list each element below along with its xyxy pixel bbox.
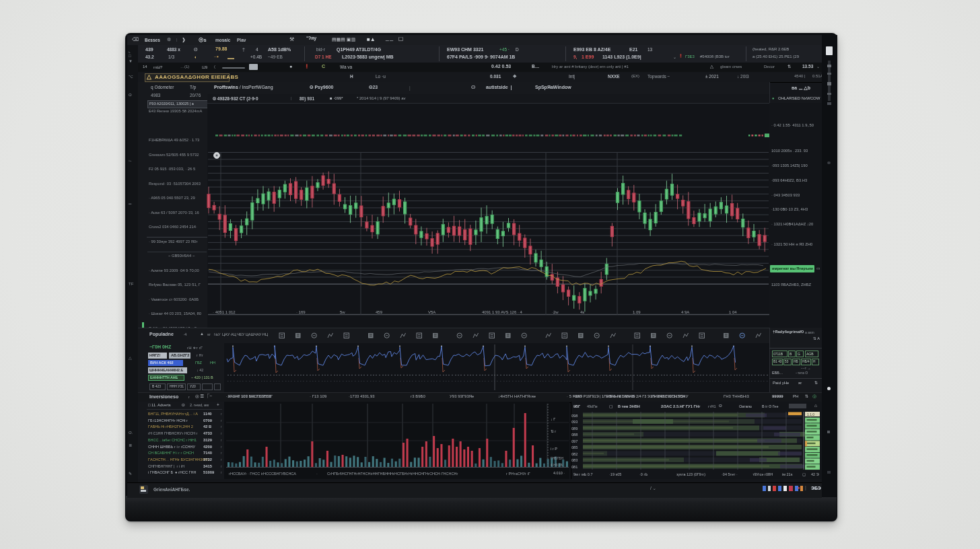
svg-text:088: 088 — [571, 433, 578, 437]
svg-text:097: 097 — [571, 439, 578, 443]
svg-text:089: 089 — [571, 427, 578, 431]
svg-text:1.1.0: 1.1.0 — [807, 412, 814, 416]
svg-text:093: 093 — [571, 420, 578, 424]
svg-text:083: 083 — [571, 458, 578, 462]
svg-text:082: 082 — [571, 452, 578, 456]
svg-text:098: 098 — [571, 414, 578, 418]
svg-text:085: 085 — [571, 445, 578, 449]
svg-text:081: 081 — [571, 465, 578, 469]
